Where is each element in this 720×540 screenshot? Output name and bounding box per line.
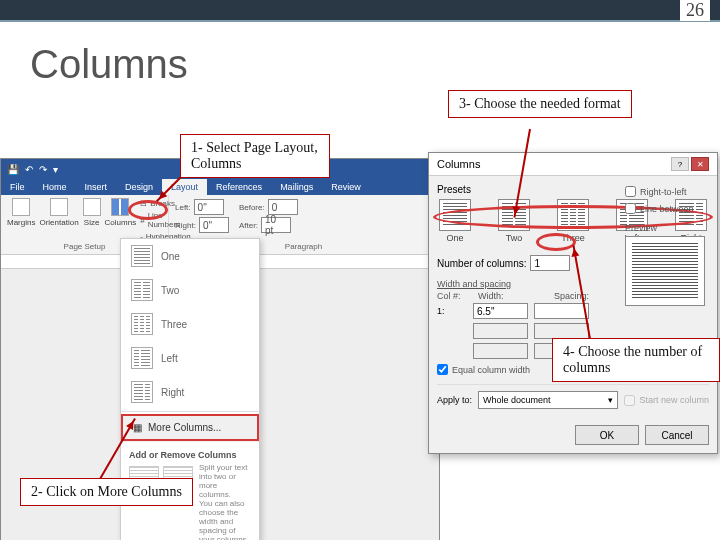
tab-home[interactable]: Home — [34, 179, 76, 195]
page-number: 26 — [680, 0, 710, 21]
tab-design[interactable]: Design — [116, 179, 162, 195]
qat-more-icon[interactable]: ▾ — [53, 164, 58, 175]
rtl-checkbox[interactable]: Right-to-left — [625, 183, 709, 200]
chevron-down-icon: ▾ — [608, 395, 613, 405]
help-icon[interactable]: ? — [671, 157, 689, 171]
tab-references[interactable]: References — [207, 179, 271, 195]
col-option-one[interactable]: One — [121, 239, 259, 273]
dialog-titlebar[interactable]: Columns ? ✕ — [429, 153, 717, 176]
col-option-left[interactable]: Left — [121, 341, 259, 375]
preset-one[interactable]: One — [439, 199, 471, 243]
ribbon-tabs: File Home Insert Design Layout Reference… — [1, 179, 439, 195]
number-of-columns-input[interactable]: 1 — [530, 255, 570, 271]
callout-4: 4- Choose the number of columns — [552, 338, 720, 382]
preview-box — [625, 236, 705, 306]
save-icon[interactable]: 💾 — [7, 164, 19, 175]
callout-2: 2- Click on More Columns — [20, 478, 193, 506]
col-option-three[interactable]: Three — [121, 307, 259, 341]
ok-button[interactable]: OK — [575, 425, 639, 445]
undo-icon[interactable]: ↶ — [25, 164, 33, 175]
tab-mailings[interactable]: Mailings — [271, 179, 322, 195]
indent-right-input[interactable]: 0" — [199, 217, 229, 233]
apply-to-select[interactable]: Whole document▾ — [478, 391, 618, 409]
tab-review[interactable]: Review — [322, 179, 370, 195]
margins-button[interactable]: Margins — [7, 198, 35, 242]
spacing-before-input[interactable]: 0 — [268, 199, 298, 215]
size-button[interactable]: Size — [83, 198, 101, 242]
tab-insert[interactable]: Insert — [76, 179, 117, 195]
divider — [121, 411, 259, 412]
callout-1: 1- Select Page Layout, Columns — [180, 134, 330, 178]
tab-file[interactable]: File — [1, 179, 34, 195]
slide-title: Columns — [0, 22, 720, 97]
close-icon[interactable]: ✕ — [691, 157, 709, 171]
spacing-after-input[interactable]: 10 pt — [261, 217, 291, 233]
columns-dialog: Columns ? ✕ Presets One Two Three Left R… — [428, 152, 718, 454]
spacing-input[interactable] — [534, 303, 589, 319]
width-input[interactable]: 6.5" — [473, 303, 528, 319]
line-between-checkbox[interactable]: Line between — [625, 200, 709, 217]
redo-icon[interactable]: ↷ — [39, 164, 47, 175]
cancel-button[interactable]: Cancel — [645, 425, 709, 445]
more-columns-item[interactable]: ▦More Columns... — [121, 414, 259, 441]
slide-topbar — [0, 0, 720, 22]
columns-button[interactable]: Columns — [105, 198, 137, 242]
orientation-button[interactable]: Orientation — [39, 198, 78, 242]
indent-left-input[interactable]: 0" — [194, 199, 224, 215]
callout-3: 3- Choose the needed format — [448, 90, 632, 118]
preset-three[interactable]: Three — [557, 199, 589, 243]
col-option-right[interactable]: Right — [121, 375, 259, 409]
col-option-two[interactable]: Two — [121, 273, 259, 307]
